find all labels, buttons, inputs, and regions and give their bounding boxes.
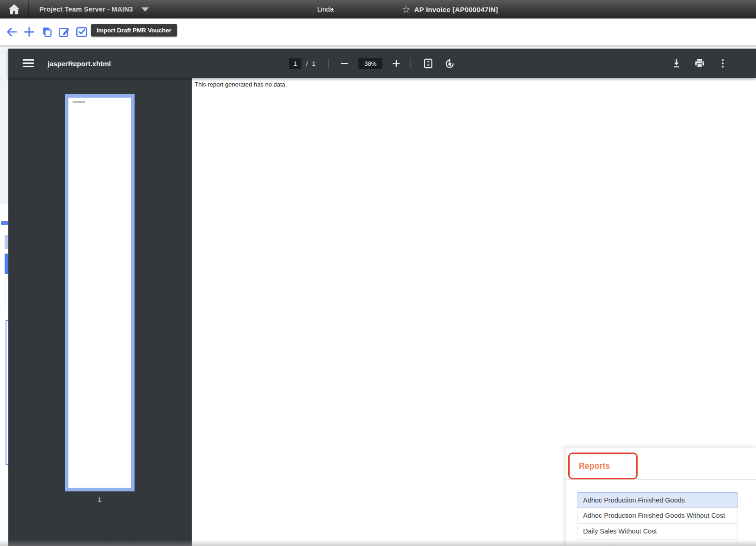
more-options-button[interactable] [717,57,729,69]
pdf-viewer-toolbar: jasperReport.xhtml 1 / 1 38% [8,49,756,78]
reports-title: Reports [579,461,610,471]
reports-list: Adhoc Production Finished Goods Adhoc Pr… [578,492,738,540]
underlying-panel-fragment [0,49,8,204]
no-data-message: This report generated has no data. [195,81,287,88]
copy-icon [41,26,53,38]
edit-icon [58,26,70,38]
toolbar-divider [410,58,411,68]
page-thumbnail[interactable] [65,94,135,491]
zoom-out-icon [339,58,350,68]
more-vertical-icon [718,58,727,69]
fit-page-icon [423,58,434,69]
pdf-toolbar-right-actions [670,49,729,78]
report-item-daily-sales-without-cost[interactable]: Daily Sales Without Cost [578,524,738,540]
reports-button[interactable]: Reports [568,453,638,479]
add-button[interactable] [23,26,35,38]
underlying-tab-indicator-fragment [1,221,8,225]
add-icon [24,26,35,37]
underlying-button-fragment [5,235,8,249]
document-title-group: ☆ AP Invoice [AP000047IN] [402,0,498,19]
reports-panel: Reports Adhoc Production Finished Goods … [565,447,756,546]
document-title: AP Invoice [AP000047IN] [414,6,498,13]
rotate-ccw-button[interactable] [443,57,455,69]
dropdown-caret-icon [141,7,149,12]
project-selector-label: Project Team Server - MAIN3 [39,6,133,13]
reports-panel-divider [565,479,756,480]
zoom-in-icon [391,58,401,68]
copy-button[interactable] [41,26,53,38]
import-icon [76,26,88,37]
toolbar-shadow-divider [0,45,756,49]
thumbnail-text-fragment [73,101,85,103]
underlying-page-strip [0,49,8,546]
pdf-thumbnail-panel: 1 [8,78,192,546]
pdf-menu-button[interactable] [23,59,34,67]
report-item-adhoc-production-finished-goods[interactable]: Adhoc Production Finished Goods [578,492,738,508]
favorite-star-icon[interactable]: ☆ [402,4,411,14]
pdf-file-name: jasperReport.xhtml [48,49,111,78]
import-draft-pmr-voucher-button[interactable] [76,26,88,38]
thumbnail-page-number: 1 [65,496,135,503]
print-icon [694,58,706,69]
back-icon [6,27,18,37]
rotate-ccw-icon [444,58,455,69]
home-button[interactable] [0,0,29,19]
download-icon [671,58,682,69]
page-divider: / [306,60,308,67]
project-selector[interactable]: Project Team Server - MAIN3 [29,0,164,19]
app-top-bar: Project Team Server - MAIN3 Linda ☆ AP I… [0,0,756,19]
user-name: Linda [317,0,333,19]
zoom-level-display: 38% [358,58,382,69]
pdf-page-zoom-controls: 1 / 1 38% [289,49,455,78]
report-item-adhoc-production-finished-goods-without-cost[interactable]: Adhoc Production Finished Goods Without … [578,508,738,524]
edit-button[interactable] [58,26,70,38]
action-toolbar: Import Draft PMR Voucher [0,19,756,45]
tooltip: Import Draft PMR Voucher [91,24,177,37]
back-button[interactable] [6,26,18,38]
print-button[interactable] [694,57,706,69]
page-number-input[interactable]: 1 [289,58,301,69]
fit-page-button[interactable] [422,57,434,69]
zoom-out-button[interactable] [338,57,350,69]
underlying-button-fragment [5,254,8,274]
menu-icon [23,59,34,61]
toolbar-divider [328,58,329,68]
home-icon [8,4,20,15]
zoom-in-button[interactable] [390,57,402,69]
total-pages: 1 [312,60,316,67]
download-button[interactable] [670,57,682,69]
